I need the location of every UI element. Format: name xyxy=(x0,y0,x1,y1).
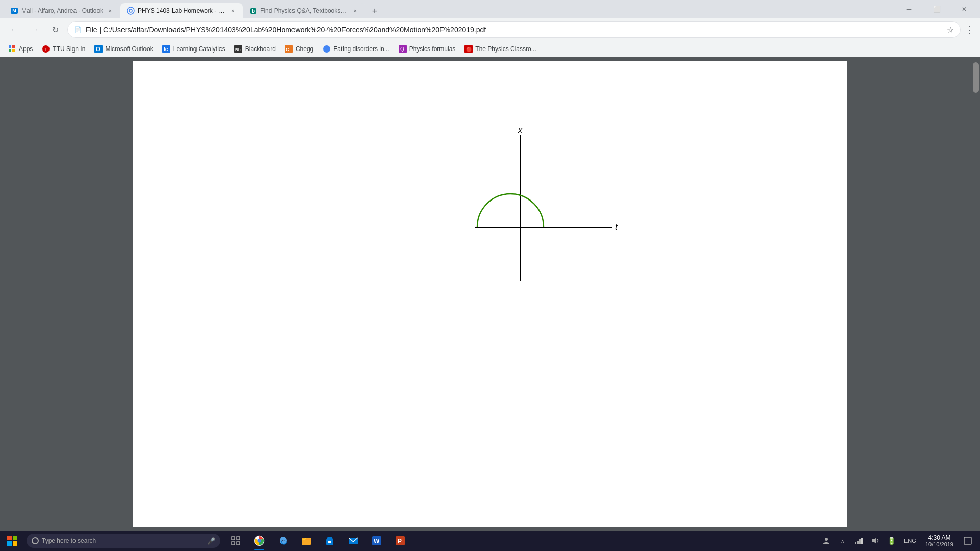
bookmark-lc[interactable]: lc Learning Catalytics xyxy=(158,43,229,55)
bookmark-bb[interactable]: Bb Blackboard xyxy=(230,43,280,55)
svg-text:Bb: Bb xyxy=(235,47,241,52)
person-icon xyxy=(822,537,830,545)
taskbar-word[interactable]: W xyxy=(365,531,388,551)
search-placeholder: Type here to search xyxy=(42,537,96,544)
svg-text:O: O xyxy=(96,46,100,52)
bookmark-ttu[interactable]: T TTU Sign In xyxy=(38,43,89,55)
new-tab-button[interactable]: + xyxy=(368,4,382,18)
bookmark-star-icon[interactable]: ☆ xyxy=(947,25,954,35)
clock-date: 10/10/2019 xyxy=(925,541,953,547)
explorer-icon xyxy=(301,535,312,546)
bookmark-ttu-label: TTU Sign In xyxy=(53,45,85,53)
svg-rect-29 xyxy=(232,542,235,545)
taskbar-items: W P xyxy=(225,531,411,551)
svg-rect-26 xyxy=(13,541,17,546)
taskbar-mail[interactable] xyxy=(342,531,364,551)
chevron-up-icon[interactable]: ∧ xyxy=(836,532,850,550)
svg-rect-44 xyxy=(855,542,856,544)
bookmark-chegg[interactable]: C Chegg xyxy=(281,43,317,55)
ttu-icon: T xyxy=(42,45,50,53)
tab-phys[interactable]: PHYS 1403 Lab Homework - For... × xyxy=(120,3,243,18)
taskbar-chrome[interactable] xyxy=(248,531,271,551)
svg-rect-49 xyxy=(964,537,971,544)
svg-point-0 xyxy=(127,7,134,14)
taskbar-explorer[interactable] xyxy=(295,531,317,551)
window-controls: ─ ⬜ ✕ xyxy=(897,2,976,17)
bookmark-physics[interactable]: Q Physics formulas xyxy=(395,43,460,55)
tab-favicon-bing: b xyxy=(249,7,257,15)
mail-icon xyxy=(348,535,359,546)
refresh-button[interactable]: ↻ xyxy=(47,21,63,38)
maximize-button[interactable]: ⬜ xyxy=(925,2,948,17)
svg-rect-25 xyxy=(7,541,12,546)
tab-close-phys[interactable]: × xyxy=(229,7,237,15)
x-axis-label: x xyxy=(518,126,523,134)
outlook-icon: O xyxy=(94,45,103,53)
bookmark-lc-label: Learning Catalytics xyxy=(173,45,225,53)
bookmark-classroom[interactable]: 🔴 The Physics Classro... xyxy=(460,43,540,55)
taskbar-ppt[interactable]: P xyxy=(389,531,411,551)
bookmark-chegg-label: Chegg xyxy=(296,45,313,53)
notification-button[interactable] xyxy=(960,531,976,551)
network-icon[interactable] xyxy=(852,532,866,550)
tab-close-mail[interactable]: × xyxy=(106,7,114,15)
chrome-icon xyxy=(254,535,265,546)
tabs-container: M Mail - Alfaro, Andrea - Outlook × PHYS… xyxy=(4,0,897,18)
bookmarks-bar: Apps T TTU Sign In O Microsoft Outlook l… xyxy=(0,41,980,57)
tab-mail[interactable]: M Mail - Alfaro, Andrea - Outlook × xyxy=(4,3,120,18)
tab-title-mail: Mail - Alfaro, Andrea - Outlook xyxy=(21,7,103,14)
taskbar-store[interactable] xyxy=(318,531,341,551)
microphone-icon[interactable]: 🎤 xyxy=(207,537,215,545)
svg-rect-23 xyxy=(7,536,12,540)
bookmark-eating[interactable]: Eating disorders in... xyxy=(318,43,393,55)
svg-text:Q: Q xyxy=(400,46,404,52)
svg-rect-27 xyxy=(232,537,235,540)
bookmark-apps-label: Apps xyxy=(19,45,33,53)
bookmark-physics-label: Physics formulas xyxy=(409,45,456,53)
tab-bing[interactable]: b Find Physics Q&A, Textbooks, an... × xyxy=(243,3,365,18)
tab-close-bing[interactable]: × xyxy=(351,7,359,15)
bookmark-outlook[interactable]: O Microsoft Outlook xyxy=(90,43,157,55)
battery-icon[interactable]: 🔋 xyxy=(885,532,899,550)
people-icon[interactable] xyxy=(819,532,834,550)
address-text: File | C:/Users/alfar/Downloads/PHYS%201… xyxy=(86,26,943,34)
svg-rect-2 xyxy=(9,45,11,48)
scroll-thumb[interactable] xyxy=(973,62,979,93)
svg-marker-48 xyxy=(872,538,876,544)
start-button[interactable] xyxy=(0,531,24,551)
content-area: x t xyxy=(0,57,980,531)
apps-grid-icon xyxy=(8,45,16,53)
svg-rect-46 xyxy=(859,539,861,544)
scroll-track[interactable] xyxy=(972,57,980,531)
bookmark-apps[interactable]: Apps xyxy=(4,43,37,55)
diagram-svg: x t xyxy=(429,122,633,327)
svg-rect-4 xyxy=(9,49,11,52)
minimize-button[interactable]: ─ xyxy=(897,2,921,17)
pdf-sidebar-right xyxy=(847,57,980,531)
forward-button[interactable]: → xyxy=(27,21,43,38)
network-bars-icon xyxy=(855,537,863,545)
ppt-icon: P xyxy=(395,535,406,546)
svg-rect-45 xyxy=(857,541,859,544)
svg-text:P: P xyxy=(398,538,402,545)
language-label[interactable]: ENG xyxy=(901,532,919,550)
taskbar-search[interactable]: Type here to search 🎤 xyxy=(27,534,220,548)
task-view-button[interactable] xyxy=(225,531,247,551)
clock-area[interactable]: 4:30 AM 10/10/2019 xyxy=(921,531,958,551)
svg-text:W: W xyxy=(374,538,380,545)
title-bar: M Mail - Alfaro, Andrea - Outlook × PHYS… xyxy=(0,0,980,18)
svg-text:lc: lc xyxy=(164,46,168,52)
svg-text:🔴: 🔴 xyxy=(466,46,472,53)
nav-bar: ← → ↻ 📄 File | C:/Users/alfar/Downloads/… xyxy=(0,18,980,41)
lc-icon: lc xyxy=(162,45,170,53)
taskbar-edge[interactable] xyxy=(272,531,294,551)
tab-favicon-phys xyxy=(127,7,135,15)
volume-icon[interactable] xyxy=(868,532,883,550)
address-bar[interactable]: 📄 File | C:/Users/alfar/Downloads/PHYS%2… xyxy=(67,21,961,38)
close-button[interactable]: ✕ xyxy=(952,2,976,17)
back-button[interactable]: ← xyxy=(6,21,22,38)
task-view-icon xyxy=(231,536,240,545)
edge-icon xyxy=(277,535,288,546)
more-menu-button[interactable]: ⋮ xyxy=(965,24,974,35)
word-icon: W xyxy=(371,535,382,546)
